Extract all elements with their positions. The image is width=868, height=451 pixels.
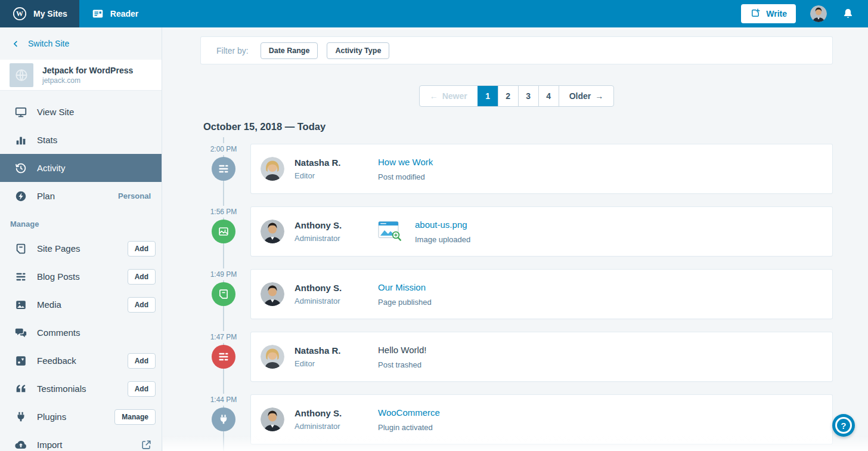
event-content: Our Mission Page published [378, 282, 432, 307]
date-range-filter-button[interactable]: Date Range [261, 42, 318, 59]
event-summary: about-us.png Image uploaded [415, 220, 470, 244]
activity-event-row: 1:49 PM Anthony S. Administrator Our Mis… [201, 270, 832, 319]
event-rail: 1:47 PM [201, 332, 251, 381]
event-title[interactable]: about-us.png [415, 220, 470, 230]
pagination-newer-button[interactable]: ← Newer [420, 86, 478, 106]
event-title[interactable]: Hello World! [378, 345, 426, 355]
activity-event-row: 1:44 PM Anthony S. Administrator WooComm… [201, 395, 832, 444]
activity-event-row: 1:47 PM Natasha R. Editor Hello World! P… [201, 332, 832, 381]
reader-icon [91, 7, 104, 20]
sidebar-manage-nav: Site Pages Add Blog Posts Add Media Add … [0, 234, 162, 451]
question-mark-icon: ? [832, 414, 855, 438]
sidebar-item-blog-posts[interactable]: Blog Posts Add [0, 262, 162, 291]
sidebar-item-stats[interactable]: Stats [0, 126, 162, 154]
write-button[interactable]: Write [741, 4, 796, 23]
sidebar-item-label: Blog Posts [37, 271, 128, 282]
sidebar-item-comments[interactable]: Comments [0, 319, 162, 347]
plan-icon [14, 190, 27, 203]
sidebar-item-testimonials[interactable]: Testimonials Add [0, 375, 162, 403]
event-card[interactable]: Anthony S. Administrator about-us.png Im… [251, 207, 832, 256]
history-icon [14, 162, 27, 175]
pagination: ← Newer 1234 Older → [419, 85, 615, 107]
pagination-page-2[interactable]: 2 [498, 86, 518, 106]
sidebar-item-activity[interactable]: Activity [0, 154, 162, 182]
sidebar-item-import[interactable]: Import [0, 431, 162, 451]
page-icon [14, 242, 27, 255]
switch-site-button[interactable]: Switch Site [0, 27, 162, 60]
posts-badge-icon [212, 345, 235, 369]
sidebar-item-media[interactable]: Media Add [0, 291, 162, 319]
event-time: 1:44 PM [201, 394, 246, 406]
event-card[interactable]: Anthony S. Administrator WooCommerce Plu… [251, 395, 832, 444]
event-content: about-us.png Image uploaded [378, 220, 470, 244]
pagination-page-4[interactable]: 4 [538, 86, 559, 106]
sidebar-item-view-site[interactable]: View Site [0, 98, 162, 126]
event-content: Hello World! Post trashed [378, 345, 426, 369]
event-title[interactable]: How we Work [378, 157, 433, 167]
sidebar-nav: View Site Stats Activity Plan Personal [0, 98, 162, 210]
actor-role: Administrator [294, 422, 378, 431]
current-site-card[interactable]: Jetpack for WordPress jetpack.com [0, 60, 162, 91]
add-site-pages-button[interactable]: Add [128, 241, 156, 257]
event-summary: Our Mission Page published [378, 282, 432, 307]
site-domain: jetpack.com [42, 76, 133, 85]
external-link-icon [141, 439, 152, 450]
add-feedback-button[interactable]: Add [128, 353, 156, 369]
media-icon [14, 298, 27, 311]
event-card[interactable]: Natasha R. Editor Hello World! Post tras… [251, 332, 832, 381]
image-badge-icon [212, 220, 235, 243]
event-action: Plugin activated [378, 423, 440, 432]
help-button[interactable]: ? [832, 414, 855, 437]
sidebar-item-label: Plugins [37, 412, 114, 422]
add-blog-posts-button[interactable]: Add [128, 269, 156, 285]
reader-tab[interactable]: Reader [79, 0, 150, 27]
notifications-bell-icon[interactable] [841, 7, 855, 21]
user-avatar[interactable] [810, 5, 827, 22]
feedback-icon [14, 354, 27, 367]
pagination-older-button[interactable]: Older → [559, 86, 614, 106]
write-label: Write [766, 9, 787, 18]
sidebar-item-feedback[interactable]: Feedback Add [0, 347, 162, 375]
site-title: Jetpack for WordPress [42, 65, 133, 76]
event-rail: 1:56 PM [201, 207, 251, 256]
sidebar-item-site-pages[interactable]: Site Pages Add [0, 234, 162, 262]
add-media-button[interactable]: Add [128, 297, 156, 313]
page-badge-icon [212, 282, 235, 306]
app-body: Switch Site Jetpack for WordPress jetpac… [0, 27, 868, 451]
my-sites-tab[interactable]: W My Sites [0, 0, 79, 27]
sidebar-item-badge: Personal [118, 191, 157, 200]
pagination-page-3[interactable]: 3 [518, 86, 538, 106]
pagination-wrap: ← Newer 1234 Older → [201, 85, 832, 107]
actor-role: Editor [294, 171, 378, 180]
event-summary: Hello World! Post trashed [378, 345, 426, 369]
sidebar-item-label: Comments [37, 328, 157, 338]
site-info: Jetpack for WordPress jetpack.com [42, 65, 133, 84]
event-actor: Natasha R. Editor [294, 345, 378, 368]
wordpress-logo-icon: W [12, 6, 27, 21]
add-testimonials-button[interactable]: Add [128, 381, 156, 397]
svg-text:?: ? [841, 421, 846, 431]
event-card[interactable]: Anthony S. Administrator Our Mission Pag… [251, 270, 832, 319]
event-time: 1:47 PM [201, 331, 246, 343]
quote-icon [14, 382, 27, 396]
manage-plugins-button[interactable]: Manage [114, 409, 156, 425]
plug-badge-icon [212, 407, 235, 431]
switch-site-label: Switch Site [28, 39, 69, 48]
event-title[interactable]: WooCommerce [378, 407, 440, 418]
reader-label: Reader [110, 9, 138, 18]
import-icon [14, 438, 27, 451]
sidebar: Switch Site Jetpack for WordPress jetpac… [0, 27, 162, 451]
event-title[interactable]: Our Mission [378, 282, 432, 292]
sidebar-item-plan[interactable]: Plan Personal [0, 182, 162, 210]
actor-name: Natasha R. [294, 345, 378, 356]
activity-list: 2:00 PM Natasha R. Editor How we Work Po… [201, 144, 832, 444]
event-card[interactable]: Natasha R. Editor How we Work Post modif… [251, 144, 832, 193]
event-summary: WooCommerce Plugin activated [378, 407, 440, 432]
actor-role: Editor [294, 359, 378, 368]
actor-name: Anthony S. [294, 220, 378, 230]
pagination-page-1[interactable]: 1 [478, 86, 498, 106]
sidebar-item-label: Media [37, 299, 128, 310]
anthony-avatar [261, 407, 284, 431]
activity-type-filter-button[interactable]: Activity Type [327, 42, 389, 59]
sidebar-item-plugins[interactable]: Plugins Manage [0, 403, 162, 431]
